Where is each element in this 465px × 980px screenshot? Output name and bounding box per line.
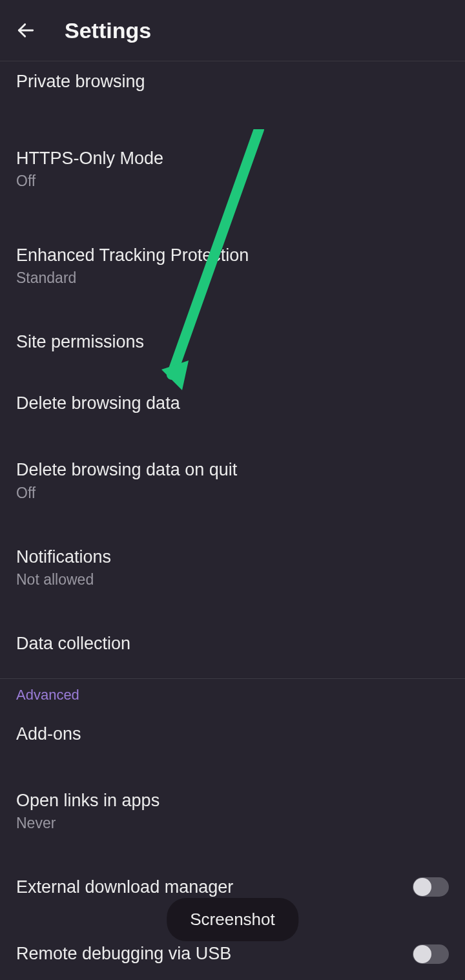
page-title: Settings — [65, 18, 151, 43]
setting-open-links-in-apps[interactable]: Open links in apps Never — [0, 778, 465, 844]
setting-title: Remote debugging via USB — [16, 943, 231, 965]
setting-delete-browsing-data[interactable]: Delete browsing data — [0, 381, 465, 426]
back-icon[interactable] — [13, 17, 39, 43]
setting-title: HTTPS-Only Mode — [16, 147, 163, 170]
setting-data-collection[interactable]: Data collection — [0, 621, 465, 667]
setting-subtitle: Off — [16, 172, 163, 190]
setting-subtitle: Never — [16, 815, 160, 832]
setting-delete-browsing-data-on-quit[interactable]: Delete browsing data on quit Off — [0, 447, 465, 513]
setting-title: Data collection — [16, 632, 130, 655]
setting-https-only-mode[interactable]: HTTPS-Only Mode Off — [0, 136, 465, 202]
toast-screenshot: Screenshot — [167, 898, 298, 941]
setting-title: Site permissions — [16, 331, 144, 353]
setting-title: Open links in apps — [16, 789, 160, 812]
setting-title: Enhanced Tracking Protection — [16, 244, 249, 267]
setting-title: Add-ons — [16, 723, 81, 745]
setting-enhanced-tracking-protection[interactable]: Enhanced Tracking Protection Standard — [0, 233, 465, 298]
setting-title: Delete browsing data on quit — [16, 459, 237, 481]
setting-title: Notifications — [16, 546, 111, 568]
section-header-advanced: Advanced — [0, 679, 465, 711]
setting-subtitle: Not allowed — [16, 571, 111, 589]
setting-title: Delete browsing data — [16, 392, 180, 415]
settings-list: Private browsing HTTPS-Only Mode Off Enh… — [0, 61, 465, 980]
toast-text: Screenshot — [190, 910, 275, 929]
toggle-external-download-manager[interactable] — [413, 877, 449, 897]
setting-subtitle: Off — [16, 485, 237, 502]
setting-site-permissions[interactable]: Site permissions — [0, 319, 465, 365]
setting-private-browsing[interactable]: Private browsing — [0, 61, 465, 105]
setting-add-ons[interactable]: Add-ons — [0, 711, 465, 757]
setting-notifications[interactable]: Notifications Not allowed — [0, 534, 465, 600]
setting-title: Private browsing — [16, 70, 145, 93]
setting-title: External download manager — [16, 876, 233, 899]
setting-subtitle: Standard — [16, 269, 249, 287]
header-bar: Settings — [0, 0, 465, 61]
toggle-remote-debugging[interactable] — [413, 944, 449, 964]
